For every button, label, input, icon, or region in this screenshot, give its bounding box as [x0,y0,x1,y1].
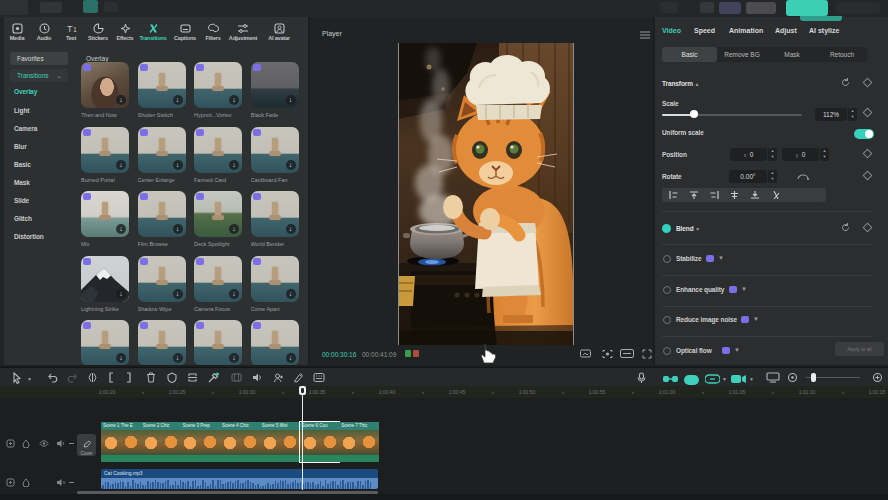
svg-text:1: 1 [73,26,77,33]
